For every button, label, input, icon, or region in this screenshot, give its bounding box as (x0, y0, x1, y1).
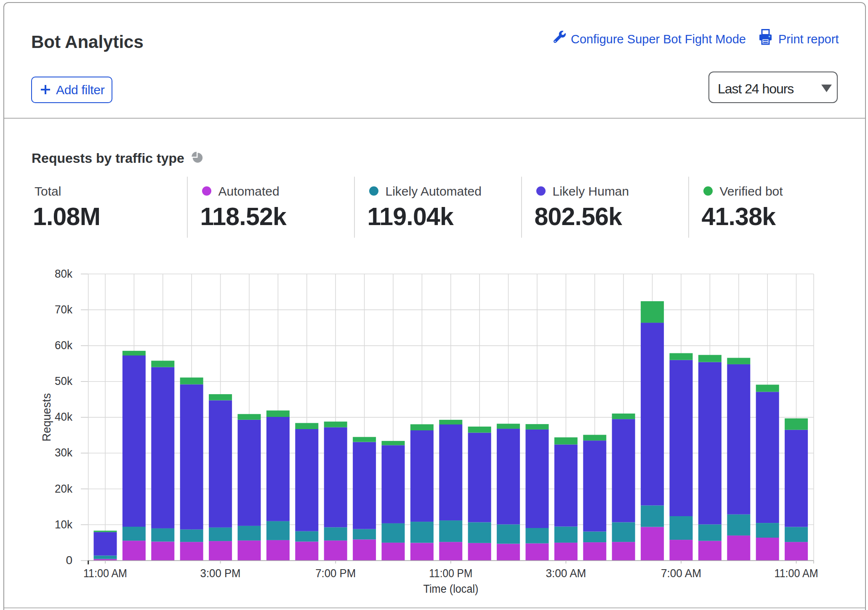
svg-text:80k: 80k (55, 267, 73, 280)
svg-text:Time (local): Time (local) (423, 583, 479, 595)
svg-text:40k: 40k (55, 410, 73, 423)
svg-text:50k: 50k (55, 374, 73, 387)
svg-text:7:00 PM: 7:00 PM (315, 567, 356, 580)
svg-text:70k: 70k (55, 303, 73, 316)
svg-text:10k: 10k (55, 518, 73, 531)
svg-text:30k: 30k (55, 446, 73, 459)
svg-text:Requests: Requests (40, 393, 53, 442)
svg-text:7:00 AM: 7:00 AM (661, 567, 701, 580)
svg-text:60k: 60k (55, 339, 73, 352)
svg-text:3:00 PM: 3:00 PM (200, 567, 241, 580)
svg-text:3:00 AM: 3:00 AM (546, 567, 586, 580)
svg-text:11:00 AM: 11:00 AM (775, 567, 818, 580)
svg-text:0: 0 (66, 554, 72, 567)
svg-text:11:00 AM: 11:00 AM (83, 567, 127, 580)
svg-text:20k: 20k (55, 482, 73, 495)
svg-text:11:00 PM: 11:00 PM (429, 567, 472, 580)
